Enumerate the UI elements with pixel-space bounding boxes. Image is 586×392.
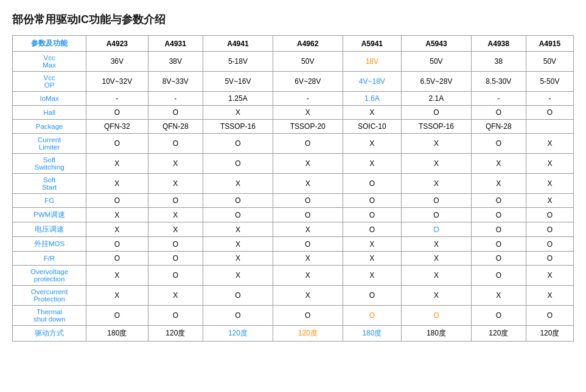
cell-r1-c5: 6.5V~28V (402, 72, 472, 92)
cell-r16-c2: 120度 (203, 326, 273, 342)
cell-r4-c3: TSSOP-20 (273, 120, 343, 134)
cell-r16-c5: 180度 (402, 326, 472, 342)
cell-r10-c3: X (273, 222, 343, 237)
cell-r2-c4: 1.6A (343, 92, 401, 106)
cell-r2-c2: 1.25A (203, 92, 273, 106)
cell-r5-c1: O (148, 134, 203, 154)
cell-r11-c0: O (86, 237, 148, 252)
cell-r4-c0: QFN-32 (86, 120, 148, 134)
cell-r0-c3: 50V (273, 52, 343, 72)
cell-r0-c7: 50V (526, 52, 573, 72)
cell-r3-c4: X (343, 106, 401, 120)
cell-r11-c5: X (402, 237, 472, 252)
page-title: 部份常用驱动IC功能与参数介绍 (12, 12, 574, 27)
cell-r0-c6: 38 (471, 52, 526, 72)
cell-r2-c5: 2.1A (402, 92, 472, 106)
cell-r11-c2: X (203, 237, 273, 252)
cell-r0-c0: 36V (86, 52, 148, 72)
row-label-15: Thermalshut down (13, 306, 86, 326)
cell-r10-c5: O (402, 222, 472, 237)
cell-r3-c3: X (273, 106, 343, 120)
cell-r12-c4: X (343, 252, 401, 266)
cell-r15-c5: O (402, 306, 472, 326)
cell-r13-c2: X (203, 266, 273, 286)
row-label-14: OvercurrentProtection (13, 286, 86, 306)
cell-r13-c1: O (148, 266, 203, 286)
cell-r7-c2: X (203, 174, 273, 194)
column-header-A4915: A4915 (526, 36, 573, 52)
cell-r4-c5: TSSOP-16 (402, 120, 472, 134)
cell-r12-c2: X (203, 252, 273, 266)
cell-r3-c7: O (526, 106, 573, 120)
cell-r6-c4: X (343, 154, 401, 174)
column-header-A5941: A5941 (343, 36, 401, 52)
cell-r4-c2: TSSOP-16 (203, 120, 273, 134)
cell-r1-c7: 5-50V (526, 72, 573, 92)
cell-r10-c1: X (148, 222, 203, 237)
table-row: CurrentLimiterOOOOXXOX (13, 134, 574, 154)
table-row: HallOOXXXOOO (13, 106, 574, 120)
cell-r16-c0: 180度 (86, 326, 148, 342)
column-header-A4931: A4931 (148, 36, 203, 52)
cell-r16-c7: 120度 (526, 326, 573, 342)
cell-r5-c0: O (86, 134, 148, 154)
row-label-6: SoftSwitching (13, 154, 86, 174)
cell-r5-c6: O (471, 134, 526, 154)
cell-r6-c3: X (273, 154, 343, 174)
cell-r14-c5: X (402, 286, 472, 306)
cell-r4-c6: QFN-28 (471, 120, 526, 134)
cell-r0-c4: 18V (343, 52, 401, 72)
cell-r4-c7 (526, 120, 573, 134)
table-row: SoftStartXXXXOXXX (13, 174, 574, 194)
row-label-1: VccOP (13, 72, 86, 92)
column-header-A4923: A4923 (86, 36, 148, 52)
cell-r8-c1: O (148, 194, 203, 208)
cell-r16-c4: 180度 (343, 326, 401, 342)
row-label-5: CurrentLimiter (13, 134, 86, 154)
cell-r7-c3: X (273, 174, 343, 194)
table-row: F/ROOXXXXOO (13, 252, 574, 266)
cell-r5-c5: X (402, 134, 472, 154)
cell-r4-c1: QFN-28 (148, 120, 203, 134)
cell-r7-c0: X (86, 174, 148, 194)
cell-r12-c0: O (86, 252, 148, 266)
cell-r6-c5: X (402, 154, 472, 174)
cell-r1-c0: 10V~32V (86, 72, 148, 92)
cell-r11-c6: O (471, 237, 526, 252)
cell-r8-c3: O (273, 194, 343, 208)
table-row: Thermalshut downOOOOOOOO (13, 306, 574, 326)
cell-r5-c4: X (343, 134, 401, 154)
cell-r9-c4: O (343, 208, 401, 222)
cell-r6-c7: X (526, 154, 573, 174)
cell-r7-c7: X (526, 174, 573, 194)
cell-r11-c4: X (343, 237, 401, 252)
cell-r11-c7: O (526, 237, 573, 252)
cell-r10-c4: O (343, 222, 401, 237)
row-label-13: Overvoltageprotection (13, 266, 86, 286)
cell-r15-c1: O (148, 306, 203, 326)
cell-r0-c5: 50V (402, 52, 472, 72)
cell-r6-c1: X (148, 154, 203, 174)
row-label-9: PWM调速 (13, 208, 86, 222)
cell-r8-c5: O (402, 194, 472, 208)
cell-r2-c7: - (526, 92, 573, 106)
cell-r13-c7: X (526, 266, 573, 286)
row-label-16: 驱动方式 (13, 326, 86, 342)
cell-r9-c5: O (402, 208, 472, 222)
cell-r2-c0: - (86, 92, 148, 106)
cell-r3-c5: O (402, 106, 472, 120)
cell-r15-c4: O (343, 306, 401, 326)
cell-r16-c3: 120度 (273, 326, 343, 342)
cell-r16-c6: 120度 (471, 326, 526, 342)
column-header-A5943: A5943 (402, 36, 472, 52)
row-label-7: SoftStart (13, 174, 86, 194)
column-header-A4962: A4962 (273, 36, 343, 52)
table-row: OvercurrentProtectionXXOXOXXX (13, 286, 574, 306)
row-label-2: IoMax (13, 92, 86, 106)
column-label-header: 参数及功能 (13, 36, 86, 52)
cell-r13-c3: X (273, 266, 343, 286)
cell-r1-c6: 8.5-30V (471, 72, 526, 92)
cell-r10-c2: X (203, 222, 273, 237)
cell-r13-c6: O (471, 266, 526, 286)
cell-r1-c2: 5V~16V (203, 72, 273, 92)
